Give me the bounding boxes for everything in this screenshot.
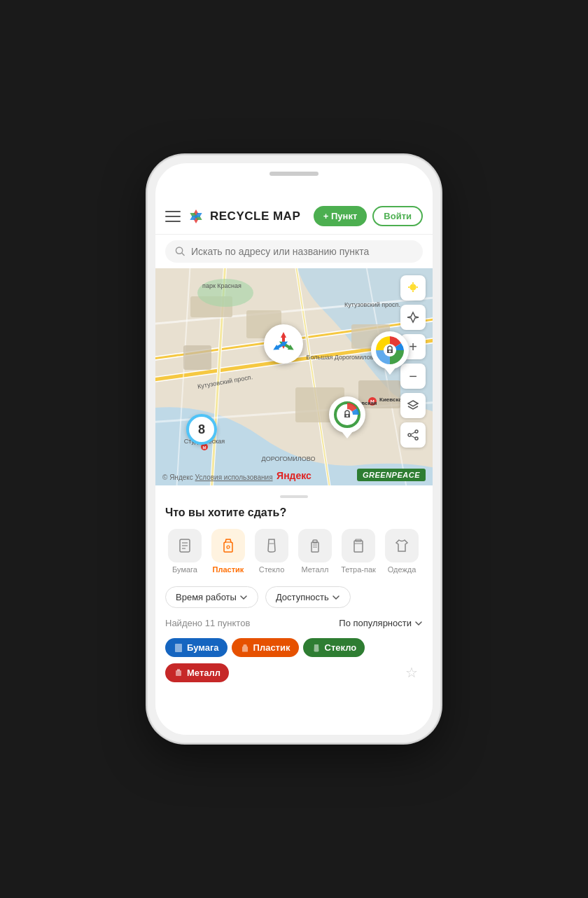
work-hours-filter[interactable]: Время работы xyxy=(165,586,258,608)
plastic-tag-icon xyxy=(240,643,250,653)
clothes-label: Одежда xyxy=(388,565,416,574)
svg-rect-66 xyxy=(354,541,363,552)
svg-line-46 xyxy=(411,436,415,438)
plastic-icon-wrap xyxy=(211,529,245,562)
search-bar xyxy=(155,235,433,268)
tag-metal[interactable]: Металл xyxy=(165,663,229,682)
map-pin-1[interactable] xyxy=(264,324,303,364)
results-count: Найдено 11 пунктов xyxy=(165,618,250,628)
tag-paper[interactable]: Бумага xyxy=(165,638,227,657)
speaker xyxy=(270,172,318,176)
location-button[interactable] xyxy=(400,305,426,330)
bottom-panel: Что вы хотите сдать? Бу xyxy=(155,485,433,693)
map-attribution: © Яндекс Условия использования xyxy=(162,474,273,481)
svg-text:M: M xyxy=(203,445,206,450)
cluster-8[interactable]: 8 xyxy=(186,414,217,445)
svg-rect-73 xyxy=(177,669,180,671)
share-button[interactable] xyxy=(400,422,426,448)
logo-icon xyxy=(186,207,206,226)
search-input[interactable] xyxy=(191,246,413,257)
svg-point-50 xyxy=(389,350,391,352)
svg-rect-71 xyxy=(175,644,182,652)
favorite-button[interactable]: ☆ xyxy=(400,661,423,684)
map-background: M M парк Красная Кутузовский просп. Куту… xyxy=(155,268,433,485)
accessibility-filter[interactable]: Доступность xyxy=(265,586,351,608)
paper-icon-wrap xyxy=(168,529,202,562)
tetra-label: Тетра-пак xyxy=(341,565,376,574)
svg-rect-72 xyxy=(176,670,181,676)
svg-point-44 xyxy=(415,437,418,440)
glass-icon xyxy=(263,537,280,554)
chevron-down-icon-2 xyxy=(332,593,340,602)
glass-icon-wrap xyxy=(255,529,288,562)
paper-icon xyxy=(176,537,193,554)
svg-point-54 xyxy=(346,415,349,417)
svg-text:ДОРОГОМИЛОВО: ДОРОГОМИЛОВО xyxy=(262,455,316,462)
category-clothes[interactable]: Одежда xyxy=(382,529,421,574)
drag-handle xyxy=(280,495,308,498)
tag-glass[interactable]: Стекло xyxy=(303,638,365,657)
search-icon xyxy=(175,246,186,257)
logo-text: RECYCLE MAP xyxy=(210,209,300,223)
yandex-logo: Яндекс xyxy=(276,470,312,481)
svg-line-45 xyxy=(411,432,415,434)
svg-point-43 xyxy=(408,434,411,436)
app-header: RECYCLE MAP + Пункт Войти xyxy=(155,198,433,235)
category-plastic[interactable]: Пластик xyxy=(209,529,248,574)
svg-rect-18 xyxy=(183,345,211,370)
phone-frame: RECYCLE MAP + Пункт Войти xyxy=(147,155,441,743)
sort-chevron-icon xyxy=(414,619,423,628)
metal-label: Металл xyxy=(302,565,329,574)
category-tetra[interactable]: Тетра-пак xyxy=(339,529,378,574)
metal-icon-wrap xyxy=(298,529,332,562)
sort-button[interactable]: По популярности xyxy=(339,618,423,628)
plastic-icon xyxy=(220,537,237,554)
logo-container: RECYCLE MAP xyxy=(186,207,300,226)
tags-row: Бумага Пластик Стекло xyxy=(165,638,423,684)
map-container[interactable]: M M парк Красная Кутузовский просп. Куту… xyxy=(155,268,433,485)
svg-rect-63 xyxy=(313,540,317,543)
svg-text:Кутузовский просп.: Кутузовский просп. xyxy=(344,301,400,308)
category-glass[interactable]: Стекло xyxy=(252,529,291,574)
category-metal[interactable]: Металл xyxy=(295,529,335,574)
svg-text:парк Красная: парк Красная xyxy=(202,282,241,289)
tetra-icon xyxy=(350,537,367,554)
light-toggle-button[interactable] xyxy=(400,275,426,301)
phone-screen: RECYCLE MAP + Пункт Войти xyxy=(155,163,433,735)
results-row: Найдено 11 пунктов По популярности xyxy=(165,618,423,628)
clothes-icon-wrap xyxy=(385,529,419,562)
app-content: RECYCLE MAP + Пункт Войти xyxy=(155,198,433,735)
add-point-button[interactable]: + Пункт xyxy=(314,206,368,226)
tag-plastic[interactable]: Пластик xyxy=(232,638,299,657)
map-pin-3[interactable] xyxy=(329,396,365,433)
filter-row: Время работы Доступность xyxy=(165,586,423,608)
tetra-icon-wrap xyxy=(342,529,375,562)
category-paper[interactable]: Бумага xyxy=(165,529,204,574)
layers-button[interactable] xyxy=(400,393,426,418)
attribution-link[interactable]: Условия использования xyxy=(195,474,273,481)
section-title: Что вы хотите сдать? xyxy=(165,506,423,519)
chevron-down-icon xyxy=(239,593,248,602)
categories-row: Бумага Пластик xyxy=(165,529,423,576)
metal-icon xyxy=(307,537,323,554)
glass-tag-icon xyxy=(312,643,321,653)
clothes-icon xyxy=(393,537,410,554)
map-pin-2[interactable] xyxy=(371,331,409,369)
svg-point-42 xyxy=(415,430,418,433)
search-input-wrap[interactable] xyxy=(165,240,423,263)
greenpeace-logo: GREENPEACE xyxy=(357,469,426,481)
cluster-number[interactable]: 8 xyxy=(186,414,217,445)
paper-label: Бумага xyxy=(172,565,197,574)
svg-point-60 xyxy=(227,546,230,548)
metal-tag-icon xyxy=(174,668,183,677)
plastic-label: Пластик xyxy=(213,565,244,574)
svg-point-37 xyxy=(410,284,416,290)
glass-label: Стекло xyxy=(259,565,285,574)
menu-icon[interactable] xyxy=(165,211,181,222)
login-button[interactable]: Войти xyxy=(372,206,423,226)
paper-tag-icon xyxy=(174,643,183,653)
